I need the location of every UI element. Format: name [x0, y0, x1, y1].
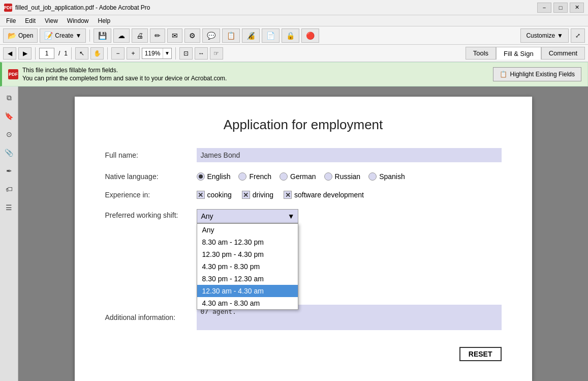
menu-help[interactable]: Help — [94, 16, 115, 25]
zoom-input[interactable] — [142, 50, 163, 57]
radio-french-box[interactable] — [238, 172, 246, 181]
highlight-icon: 📋 — [500, 71, 507, 78]
highlight-fields-button[interactable]: 📋 Highlight Existing Fields — [493, 67, 581, 81]
redact-button[interactable]: 🔏 — [242, 28, 260, 43]
sidebar-tool-attach[interactable]: 📎 — [2, 145, 16, 160]
minimize-button[interactable]: − — [537, 3, 551, 13]
sidebar-tool-tag[interactable]: 🏷 — [2, 182, 16, 196]
menu-window[interactable]: Window — [63, 16, 93, 25]
save-button[interactable]: 💾 — [94, 28, 111, 43]
sidebar-tool-layers[interactable]: ☰ — [2, 200, 16, 215]
close-button[interactable]: ✕ — [570, 3, 584, 13]
expand-button[interactable]: ⤢ — [571, 28, 585, 43]
pdf-page: Application for employment Full name: Na… — [75, 97, 532, 381]
reset-button[interactable]: RESET — [459, 347, 502, 361]
create-arrow-icon: ▼ — [75, 32, 81, 39]
maximize-button[interactable]: □ — [553, 3, 568, 13]
main-layout: ⧉ 🔖 ⊙ 📎 ✒ 🏷 ☰ Application for employment… — [0, 86, 588, 381]
redact-icon: 🔏 — [246, 32, 255, 40]
radio-spanish[interactable]: Spanish — [368, 172, 405, 181]
email-button[interactable]: ✉ — [167, 28, 182, 43]
zoom-control[interactable]: ▼ — [142, 48, 172, 59]
check-cooking-box[interactable]: ✕ — [197, 191, 205, 199]
shift-dropdown-display[interactable]: Any ▼ — [197, 209, 298, 223]
sidebar-tool-bookmark[interactable]: 🔖 — [2, 109, 16, 123]
shift-option-any[interactable]: Any — [197, 224, 298, 236]
shift-option-1[interactable]: 8.30 am - 12.30 pm — [197, 236, 298, 248]
open-button[interactable]: 📂 Open — [3, 28, 38, 43]
page-number-input[interactable] — [39, 48, 54, 59]
open-label: Open — [18, 32, 33, 39]
zoom-in-button[interactable]: + — [127, 47, 140, 60]
fit-width-button[interactable]: ↔ — [195, 47, 208, 60]
radio-english-box[interactable] — [197, 172, 205, 181]
check-cooking-label: cooking — [207, 191, 232, 199]
menu-view[interactable]: View — [41, 16, 62, 25]
edit-icon: ✏ — [154, 32, 161, 40]
radio-german-box[interactable] — [280, 172, 288, 181]
check-cooking[interactable]: ✕ cooking — [197, 191, 232, 199]
zoom-out-button[interactable]: − — [111, 47, 125, 60]
notif-line1: This file includes fillable form fields. — [22, 67, 227, 74]
customize-button[interactable]: Customize ▼ — [520, 28, 569, 43]
settings-button[interactable]: ⚙ — [184, 28, 200, 43]
document-area: Application for employment Full name: Na… — [18, 86, 588, 381]
shift-option-2[interactable]: 12.30 pm - 4.30 pm — [197, 248, 298, 260]
radio-french-label: French — [249, 172, 271, 181]
check-driving[interactable]: ✕ driving — [242, 191, 273, 199]
radio-russian-label: Russian — [335, 172, 361, 181]
radio-english[interactable]: English — [197, 172, 231, 181]
fit-page-button[interactable]: ⊡ — [179, 47, 193, 60]
tools-panel-button[interactable]: Tools — [466, 47, 496, 60]
sidebar-tool-sign[interactable]: ✒ — [2, 164, 16, 178]
cloud-save-button[interactable]: ☁ — [113, 28, 130, 43]
additional-row: Additional information: 07 agent. — [105, 305, 502, 330]
radio-spanish-label: Spanish — [379, 172, 405, 181]
check-software-label: software development — [294, 191, 364, 199]
hand-tool-button[interactable]: ✋ — [90, 47, 104, 60]
panel-buttons: Tools Fill & Sign Comment — [466, 47, 585, 60]
secure-button[interactable]: 🔒 — [282, 28, 299, 43]
scroll-button[interactable]: ☞ — [210, 47, 223, 60]
nav-forward-button[interactable]: ▶ — [18, 47, 32, 60]
shift-option-4[interactable]: 8.30 pm - 12.30 am — [197, 273, 298, 285]
review-button[interactable]: 🔴 — [301, 28, 319, 43]
comment-toolbar-button[interactable]: 💬 — [202, 28, 220, 43]
save-icon: 💾 — [98, 32, 107, 40]
radio-french[interactable]: French — [238, 172, 271, 181]
radio-german[interactable]: German — [280, 172, 316, 181]
shift-row: Preferred working shift: Any ▼ Any 8.30 … — [105, 209, 502, 223]
radio-russian[interactable]: Russian — [324, 172, 361, 181]
shift-option-5[interactable]: 12.30 am - 4.30 am — [197, 285, 298, 297]
check-driving-box[interactable]: ✕ — [242, 191, 250, 199]
radio-spanish-box[interactable] — [368, 172, 377, 181]
check-software-box[interactable]: ✕ — [284, 191, 292, 199]
separator-5 — [175, 47, 176, 60]
comment-panel-button[interactable]: Comment — [541, 47, 585, 60]
check-software[interactable]: ✕ software development — [284, 191, 364, 199]
email-icon: ✉ — [172, 32, 178, 40]
fill-sign-panel-button[interactable]: Fill & Sign — [496, 47, 541, 60]
shift-option-6[interactable]: 4.30 am - 8.30 am — [197, 297, 298, 309]
menu-edit[interactable]: Edit — [21, 16, 40, 25]
customize-label: Customize — [526, 32, 555, 39]
menu-file[interactable]: File — [2, 16, 20, 25]
fullname-input[interactable] — [197, 148, 502, 162]
experience-label: Experience in: — [105, 191, 197, 199]
edit-button[interactable]: ✏ — [150, 28, 165, 43]
separator-3 — [71, 47, 72, 60]
doc-prop-button[interactable]: 📄 — [262, 28, 280, 43]
stamp-button[interactable]: 📋 — [222, 28, 240, 43]
print-button[interactable]: 🖨 — [132, 28, 148, 43]
create-icon: 📝 — [44, 32, 53, 40]
create-button[interactable]: 📝 Create ▼ — [40, 28, 86, 43]
radio-russian-box[interactable] — [324, 172, 332, 181]
sidebar-tool-copy[interactable]: ⧉ — [2, 91, 16, 105]
nav-back-button[interactable]: ◀ — [3, 47, 16, 60]
sidebar-tool-target[interactable]: ⊙ — [2, 127, 16, 141]
zoom-dropdown-arrow[interactable]: ▼ — [163, 48, 171, 58]
gear-icon: ⚙ — [189, 32, 196, 40]
shift-option-3[interactable]: 4.30 pm - 8.30 pm — [197, 260, 298, 273]
notif-text: This file includes fillable form fields.… — [22, 67, 227, 82]
select-tool-button[interactable]: ↖ — [75, 47, 88, 60]
